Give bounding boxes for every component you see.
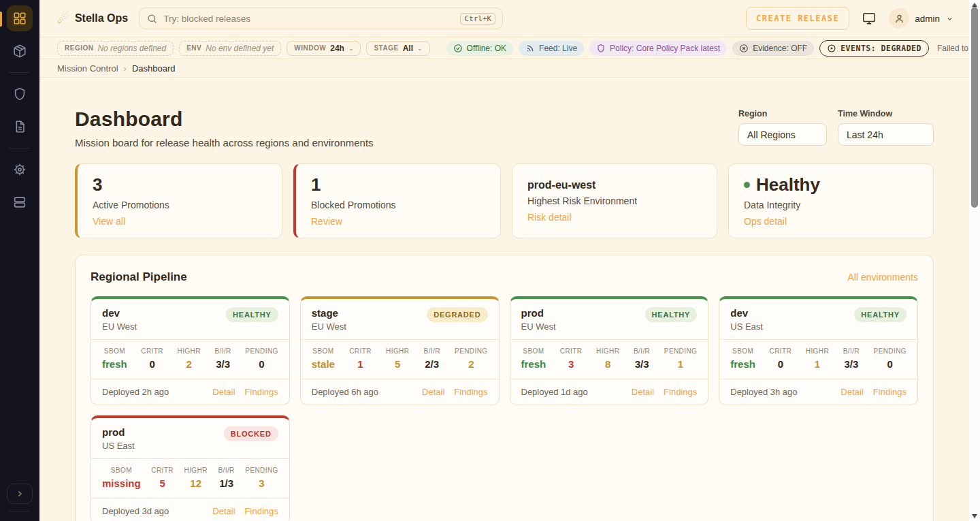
status-badge: HEALTHY [645, 307, 698, 322]
stat-label: Data Integrity [744, 200, 918, 210]
stage-chip-value: All [403, 44, 413, 53]
stat-value: 8 [596, 358, 619, 370]
brand-name: Stella Ops [75, 12, 128, 25]
sidebar-divider [9, 148, 31, 148]
main-area: ☄ Stella Ops Ctrl+K CREATE RELEASE [39, 0, 969, 521]
detail-link[interactable]: Detail [841, 387, 864, 397]
stat-value: 1 [349, 358, 372, 370]
findings-link[interactable]: Findings [245, 387, 278, 397]
findings-link[interactable]: Findings [454, 387, 487, 397]
user-menu[interactable]: admin [889, 8, 954, 29]
detail-link[interactable]: Detail [212, 387, 235, 397]
stat-key: HIGHR [596, 347, 619, 355]
region-name: US East [730, 321, 763, 332]
detail-link[interactable]: Detail [212, 506, 235, 516]
risk-detail-link[interactable]: Risk detail [527, 212, 572, 223]
search-input[interactable] [163, 14, 455, 24]
detail-link[interactable]: Detail [422, 387, 444, 397]
stat-value: 5 [386, 358, 409, 370]
stat-key: PENDING [455, 347, 487, 355]
pipeline-stat: HIGHR 5 [386, 347, 409, 370]
pipeline-stat: HIGHR 12 [184, 467, 208, 489]
sidebar-item-documents[interactable] [7, 114, 33, 140]
stat-cards-row: 3 Active Promotions View all 1 Blocked P… [75, 163, 934, 238]
findings-link[interactable]: Findings [664, 387, 697, 397]
stat-value: 3 [245, 477, 278, 489]
breadcrumb-current: Dashboard [132, 63, 176, 74]
shield-outline-icon [596, 44, 606, 53]
search-icon [146, 13, 158, 25]
stat-key: PENDING [245, 347, 278, 355]
findings-link[interactable]: Findings [873, 387, 906, 397]
status-badge: HEALTHY [854, 307, 906, 322]
sidebar-item-releases[interactable] [7, 38, 33, 64]
stat-value: 5 [151, 477, 174, 489]
sidebar-item-dashboard[interactable] [7, 5, 33, 31]
findings-link[interactable]: Findings [245, 506, 278, 516]
review-link[interactable]: Review [311, 216, 342, 227]
document-icon [12, 119, 27, 134]
green-dot-icon [744, 182, 750, 188]
region-name: US East [102, 441, 135, 451]
sidebar-divider [9, 72, 31, 73]
breadcrumb-parent[interactable]: Mission Control [57, 63, 118, 74]
gear-icon [12, 162, 27, 177]
brand: ☄ Stella Ops [57, 12, 128, 25]
stat-card-data-integrity: Healthy Data Integrity Ops detail [728, 163, 934, 238]
global-search[interactable]: Ctrl+K [139, 7, 503, 29]
shortcut-hint: Ctrl+K [460, 13, 495, 25]
deployed-text: Deployed 1d ago [521, 387, 588, 397]
shield-icon [12, 86, 27, 101]
sidebar-item-settings[interactable] [7, 157, 33, 183]
stat-key: SBOM [102, 467, 141, 474]
scroll-down-arrow[interactable] [972, 514, 977, 518]
stat-value: 3/3 [843, 358, 860, 370]
sidebar-item-infrastructure[interactable] [7, 189, 33, 215]
monitor-icon[interactable] [862, 11, 877, 26]
status-badge: HEALTHY [226, 307, 278, 322]
pipeline-stat: B/I/R 2/3 [424, 347, 440, 370]
stat-value: 3/3 [634, 358, 650, 370]
region-select[interactable]: All Regions [738, 123, 827, 146]
time-window-select[interactable]: Last 24h [838, 123, 934, 146]
stat-value: 1 [311, 175, 485, 195]
stat-label: Blocked Promotions [311, 200, 485, 210]
ops-detail-link[interactable]: Ops detail [744, 216, 787, 227]
stat-card-blocked-promotions: 1 Blocked Promotions Review [293, 163, 501, 238]
region-chip-value: No regions defined [97, 44, 166, 53]
stat-value: missing [102, 477, 141, 489]
status-badge: BLOCKED [224, 426, 278, 441]
pipeline-stat: HIGHR 8 [596, 347, 619, 370]
create-release-button[interactable]: CREATE RELEASE [746, 7, 849, 30]
pipeline-stat: CRITR 0 [770, 347, 792, 370]
page-title: Dashboard [75, 108, 374, 131]
policy-status-badge: Policy: Core Policy Pack latest [589, 41, 727, 56]
pipeline-stat: B/I/R 3/3 [843, 347, 860, 370]
stage-chip-label: STAGE [374, 44, 398, 52]
scrollbar-thumb[interactable] [971, 7, 978, 208]
window-chip-label: WINDOW [294, 44, 326, 52]
sidebar-expand-button[interactable] [7, 484, 33, 504]
stat-value: fresh [521, 358, 546, 370]
window-filter-dropdown[interactable]: WINDOW 24h ⌄ [287, 41, 361, 56]
env-filter-chip[interactable]: ENV No env defined yet [179, 41, 281, 56]
pipeline-card-stage-eu-west: stage EU West DEGRADED SBOM stale CRITR … [300, 296, 500, 405]
stage-filter-dropdown[interactable]: STAGE All ⌄ [366, 41, 429, 56]
stat-key: CRITR [770, 347, 792, 355]
pipeline-stat: PENDING 3 [245, 467, 278, 489]
stat-label: Highest Risk Environment [527, 195, 702, 206]
sidebar-item-security[interactable] [7, 81, 33, 107]
status-badge: DEGRADED [427, 307, 487, 322]
all-environments-link[interactable]: All environments [848, 272, 919, 283]
stat-value: 3 [560, 358, 583, 370]
region-filter-chip[interactable]: REGION No regions defined [57, 41, 174, 56]
stat-value: fresh [730, 358, 755, 370]
stat-key: CRITR [349, 347, 372, 355]
detail-link[interactable]: Detail [632, 387, 654, 397]
pipeline-grid: dev EU West HEALTHY SBOM fresh CRITR 0 [91, 296, 918, 521]
stat-value: prod-eu-west [527, 175, 702, 191]
view-all-link[interactable]: View all [93, 216, 125, 227]
vertical-scrollbar[interactable] [969, 0, 980, 521]
stat-value: 2 [178, 358, 201, 370]
env-chip-value: No env defined yet [206, 44, 274, 53]
